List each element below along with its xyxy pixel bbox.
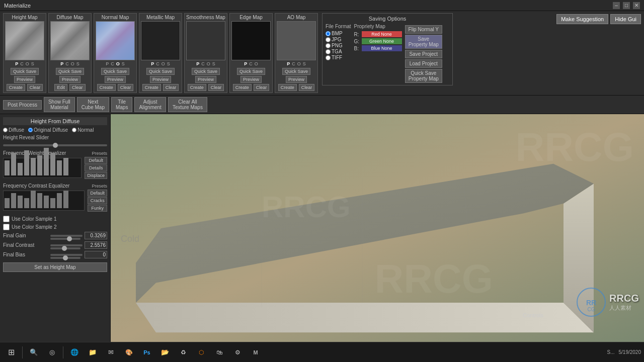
eq-c-bar-4[interactable]	[24, 198, 29, 208]
diffuse-radio-label[interactable]: Diffuse	[3, 127, 24, 133]
metallic-opt-c[interactable]: C	[155, 61, 160, 66]
eq-bar-8[interactable]	[50, 153, 55, 175]
smooth-preview-btn[interactable]: Preview	[195, 76, 216, 83]
start-button[interactable]: ⊞	[3, 344, 19, 360]
height-preview-btn[interactable]: Preview	[14, 76, 35, 83]
photos-btn[interactable]: 🎨	[121, 344, 137, 360]
freq-contrast-cracks-btn[interactable]: Cracks	[88, 197, 107, 204]
format-tiff[interactable]: TIFF	[326, 55, 351, 60]
height-create-btn[interactable]: Create	[7, 84, 25, 91]
diffuse-clear-btn[interactable]: Clear	[69, 84, 86, 91]
mail-btn[interactable]: ✉	[103, 344, 119, 360]
smooth-opt-o[interactable]: O	[206, 61, 211, 66]
maximize-button[interactable]: □	[623, 2, 630, 9]
height-quicksave-btn[interactable]: Quick Save	[11, 68, 39, 75]
metallic-preview-btn[interactable]: Preview	[150, 76, 171, 83]
normal-opt-c[interactable]: C	[110, 61, 115, 66]
flip-normal-btn[interactable]: Flip Normal Y	[405, 25, 442, 34]
clear-all-texture-btn[interactable]: Clear AllTexture Maps	[168, 97, 207, 112]
ao-opt-o[interactable]: O	[297, 61, 301, 66]
final-gain-input[interactable]	[85, 232, 107, 239]
eq-c-bar-7[interactable]	[44, 196, 49, 208]
ao-map-thumb[interactable]	[277, 21, 316, 60]
search-taskbar-btn[interactable]: 🔍	[26, 344, 42, 360]
ao-opt-p[interactable]: P	[286, 61, 290, 66]
folder-btn[interactable]: 📂	[157, 344, 173, 360]
eq-c-bar-10[interactable]	[63, 191, 68, 208]
minimize-button[interactable]: –	[613, 2, 620, 9]
smooth-clear-btn[interactable]: Clear	[208, 84, 224, 91]
eq-c-bar-5[interactable]	[31, 191, 36, 208]
metallic-clear-btn[interactable]: Clear	[163, 84, 179, 91]
normal-quicksave-btn[interactable]: Quick Save	[101, 68, 129, 75]
freq-weight-presets-toggle[interactable]: Presets	[92, 151, 107, 156]
ao-quicksave-btn[interactable]: Quick Save	[282, 68, 310, 75]
format-png[interactable]: PNG	[326, 43, 351, 48]
eq-bar-7[interactable]	[44, 148, 49, 175]
diffuse-edit-btn[interactable]: Edit	[54, 84, 67, 91]
diffuse-preview-btn[interactable]: Preview	[59, 76, 80, 83]
channel-r-btn[interactable]: Red None	[362, 31, 402, 37]
adjust-alignment-btn[interactable]: AdjustAlignment	[134, 97, 166, 112]
normal-opt-s[interactable]: S	[121, 61, 125, 66]
channel-b-btn[interactable]: Blue None	[362, 45, 402, 51]
smooth-opt-p[interactable]: P	[196, 61, 200, 66]
store-btn[interactable]: 🛍	[211, 344, 227, 360]
smooth-opt-s[interactable]: S	[212, 61, 216, 66]
smoothness-map-thumb[interactable]	[186, 21, 225, 60]
height-reveal-slider[interactable]	[3, 144, 107, 146]
smooth-opt-c[interactable]: C	[201, 61, 205, 66]
blender-btn[interactable]: ⬡	[193, 344, 209, 360]
eq-bar-3[interactable]	[18, 163, 23, 175]
edge-opt-o[interactable]: O	[254, 61, 259, 66]
edge-opt-p[interactable]: P	[244, 61, 248, 66]
diffuse-opt-s[interactable]: S	[76, 61, 80, 66]
ao-opt-c[interactable]: C	[291, 61, 296, 66]
edge-taskbar-btn[interactable]: 🌐	[66, 344, 83, 360]
normal-opt-o[interactable]: O	[116, 61, 120, 66]
metallic-opt-p[interactable]: P	[150, 61, 154, 66]
eq-c-bar-3[interactable]	[18, 196, 23, 208]
freq-contrast-funky-btn[interactable]: Funky	[88, 205, 107, 212]
eq-c-bar-8[interactable]	[50, 198, 55, 208]
ao-clear-btn[interactable]: Clear	[299, 84, 315, 91]
metallic-opt-s[interactable]: S	[167, 61, 171, 66]
eq-bar-10[interactable]	[63, 158, 68, 175]
viewport[interactable]: RRCG RRCG RRCG Cold Controls RR CG RRCG …	[111, 114, 644, 342]
final-bias-input[interactable]	[85, 251, 107, 258]
diffuse-opt-c[interactable]: C	[65, 61, 69, 66]
normal-radio-label[interactable]: Normal	[72, 127, 94, 133]
final-bias-slider[interactable]	[50, 257, 80, 259]
final-gain-slider[interactable]	[50, 238, 80, 240]
diffuse-quicksave-btn[interactable]: Quick Save	[56, 68, 84, 75]
freq-contrast-default-btn[interactable]: Default	[88, 190, 107, 197]
smooth-quicksave-btn[interactable]: Quick Save	[192, 68, 220, 75]
eq-bar-1[interactable]	[5, 160, 10, 175]
edge-clear-btn[interactable]: Clear	[254, 84, 270, 91]
height-opt-s[interactable]: S	[31, 61, 35, 66]
metallic-opt-o[interactable]: O	[161, 61, 166, 66]
freq-weight-details-btn[interactable]: Details	[85, 164, 107, 171]
edge-map-thumb[interactable]	[231, 21, 271, 60]
ao-opt-s[interactable]: S	[302, 61, 306, 66]
task-view-btn[interactable]: ◎	[44, 344, 60, 360]
eq-bar-4[interactable]	[24, 150, 29, 175]
smooth-create-btn[interactable]: Create	[188, 84, 206, 91]
ao-preview-btn[interactable]: Preview	[286, 76, 307, 83]
eq-bar-9[interactable]	[57, 160, 62, 175]
eq-c-bar-9[interactable]	[57, 193, 62, 208]
eq-c-bar-6[interactable]	[37, 193, 42, 208]
normal-opt-p[interactable]: P	[105, 61, 109, 66]
final-contrast-slider[interactable]	[50, 247, 80, 249]
metallic-map-thumb[interactable]	[141, 21, 180, 60]
app-btn[interactable]: ⚙	[229, 344, 246, 360]
height-opt-o[interactable]: O	[25, 61, 30, 66]
eq-bar-5[interactable]	[31, 158, 36, 175]
channel-g-btn[interactable]: Green None	[362, 38, 402, 44]
eq-bar-6[interactable]	[37, 155, 42, 175]
close-button[interactable]: ✕	[633, 2, 640, 9]
show-full-material-btn[interactable]: Show FullMaterial	[44, 97, 75, 112]
ao-create-btn[interactable]: Create	[278, 84, 297, 91]
normal-clear-btn[interactable]: Clear	[118, 84, 134, 91]
format-bmp[interactable]: BMP	[326, 31, 351, 36]
